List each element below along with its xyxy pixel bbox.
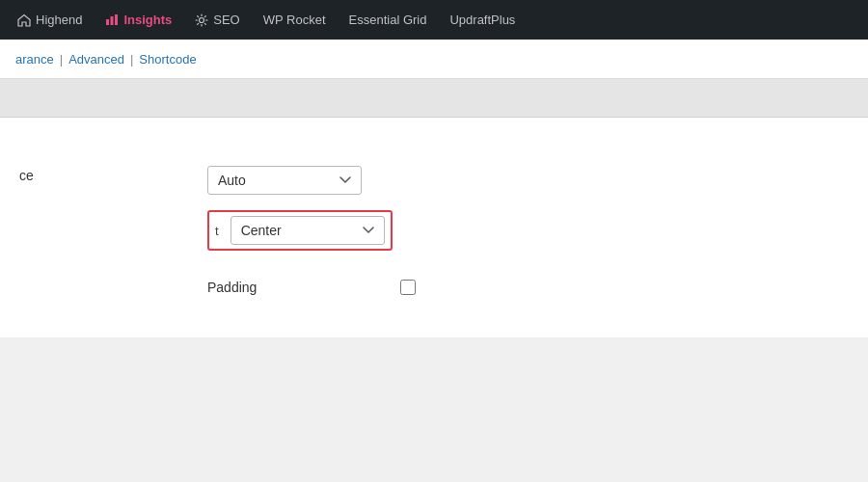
admin-bar-item-essential-grid-label: Essential Grid — [349, 13, 427, 27]
auto-select[interactable]: Auto Manual None — [207, 166, 362, 195]
fields-column: Auto Manual None t Center Left Right — [207, 166, 849, 308]
gear-icon — [195, 13, 208, 27]
admin-bar: Highend Insights SEO WP Rocket Essential… — [0, 0, 868, 40]
admin-bar-item-insights[interactable]: Insights — [95, 0, 181, 40]
svg-rect-0 — [106, 19, 109, 25]
admin-bar-item-essential-grid[interactable]: Essential Grid — [339, 0, 437, 40]
breadcrumb-sep-1: | — [60, 52, 63, 67]
breadcrumb-clearance[interactable]: arance — [15, 52, 54, 67]
center-field-block: t Center Left Right — [207, 210, 849, 251]
bar-chart-icon — [105, 13, 119, 27]
padding-row: Padding — [207, 266, 849, 308]
center-field-label: t — [215, 224, 219, 238]
admin-bar-item-updraftplus-label: UpdraftPlus — [449, 13, 515, 27]
admin-bar-item-seo-label: SEO — [213, 13, 239, 27]
padding-checkbox[interactable] — [400, 280, 416, 295]
padding-checkbox-container — [400, 280, 416, 295]
auto-field-block: Auto Manual None — [207, 166, 849, 195]
center-field-row: t Center Left Right — [215, 216, 385, 245]
center-field-highlight-box: t Center Left Right — [207, 210, 393, 251]
admin-bar-item-updraftplus[interactable]: UpdraftPlus — [440, 0, 525, 40]
breadcrumb-bar: arance | Advanced | Shortcode — [0, 40, 868, 79]
gray-spacer — [0, 79, 868, 118]
center-select[interactable]: Center Left Right — [231, 216, 385, 245]
svg-point-3 — [200, 17, 204, 22]
main-content: ce Auto Manual None t — [0, 118, 868, 337]
home-icon — [17, 13, 31, 27]
admin-bar-item-highend-label: Highend — [36, 13, 82, 27]
svg-rect-1 — [111, 16, 114, 25]
section-title: ce — [19, 168, 34, 183]
admin-bar-item-wp-rocket-label: WP Rocket — [263, 13, 326, 27]
admin-bar-item-insights-label: Insights — [123, 13, 172, 27]
breadcrumb-advanced[interactable]: Advanced — [68, 52, 124, 67]
admin-bar-item-seo[interactable]: SEO — [185, 0, 249, 40]
admin-bar-item-highend[interactable]: Highend — [8, 0, 92, 40]
breadcrumb-sep-2: | — [130, 52, 133, 67]
padding-label: Padding — [207, 280, 400, 295]
svg-rect-2 — [115, 14, 118, 25]
breadcrumb-shortcode[interactable]: Shortcode — [139, 52, 196, 67]
content-section: ce Auto Manual None t — [19, 147, 849, 318]
admin-bar-item-wp-rocket[interactable]: WP Rocket — [254, 0, 336, 40]
auto-field-row: Auto Manual None — [207, 166, 849, 195]
